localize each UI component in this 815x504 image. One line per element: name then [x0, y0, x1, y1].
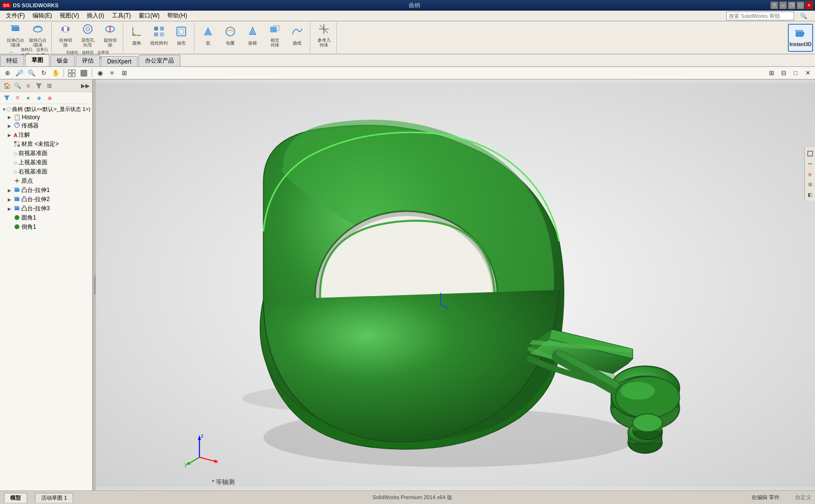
- tree-item-fillet1[interactable]: 圆角1: [8, 213, 90, 222]
- revolved-boss-button[interactable]: 旋转凸台/基体: [27, 23, 48, 48]
- statusbar-edit-status: 在编辑 零件: [751, 494, 780, 501]
- tree-expand-button[interactable]: ▶▶: [80, 81, 90, 91]
- hide-show-button[interactable]: ◉: [95, 68, 105, 79]
- shell-button[interactable]: 抽壳: [171, 23, 192, 48]
- reference-geometry-icon: [318, 23, 330, 37]
- tile-button[interactable]: ⊞: [766, 68, 777, 79]
- menu-insert[interactable]: 插入(I): [83, 11, 108, 21]
- filter-icon-4[interactable]: ◈: [35, 94, 43, 102]
- fillet-button[interactable]: 圆角: [126, 23, 147, 48]
- tree-root-item[interactable]: ▼ ⬡ 曲柄 (默认<<默认>_显示状态 1>): [2, 105, 90, 113]
- rt-appearance-button[interactable]: ◉: [806, 170, 815, 178]
- search-icon[interactable]: 🔍: [796, 12, 811, 20]
- standard-views-button[interactable]: [66, 68, 77, 79]
- tree-item-material[interactable]: 材质 <未指定>: [8, 140, 90, 149]
- zoom-to-fit-button[interactable]: ⊕: [2, 68, 13, 79]
- statusbar-customize[interactable]: 自定义: [795, 494, 811, 501]
- rib-button[interactable]: 筋: [197, 23, 219, 48]
- wrap-button[interactable]: 包覆: [220, 23, 241, 48]
- reference-geometry-button[interactable]: 参考几何体: [313, 23, 335, 48]
- hole-wizard-button[interactable]: 异型孔向导: [77, 23, 98, 48]
- tree-item-right-plane[interactable]: ◇ 右视基准面: [8, 167, 90, 176]
- tree-children: ▶ 📋 History ▶ 传感器 ▶ A 注解: [2, 113, 90, 232]
- tree-item-history[interactable]: ▶ 📋 History: [8, 113, 90, 121]
- svg-rect-41: [17, 144, 20, 147]
- svg-rect-11: [154, 27, 158, 31]
- zoom-in-button[interactable]: 🔎: [14, 68, 25, 79]
- display-style-button[interactable]: [79, 68, 89, 79]
- extruded-boss-button[interactable]: 拉伸凸台/基体: [5, 23, 26, 48]
- tile-v-button[interactable]: ⊟: [778, 68, 789, 79]
- search-input[interactable]: [726, 12, 794, 20]
- tree-home-button[interactable]: 🏠: [2, 81, 12, 91]
- help-button[interactable]: ?: [770, 1, 778, 9]
- tree-item-extrude2[interactable]: ▶ 凸台-拉伸2: [8, 195, 90, 204]
- rt-scene-button[interactable]: ⊞: [806, 180, 815, 189]
- close-button[interactable]: ✕: [805, 1, 813, 9]
- menu-view[interactable]: 视图(V): [56, 11, 83, 21]
- filter-icon-1[interactable]: [3, 94, 11, 102]
- tab-dimxpert[interactable]: DimXpert: [101, 56, 138, 66]
- restore-button[interactable]: ❐: [788, 1, 796, 9]
- window-title: 曲柄: [59, 1, 770, 10]
- float-button[interactable]: □: [790, 68, 801, 79]
- svg-rect-13: [154, 32, 158, 36]
- tree-item-chamfer1[interactable]: 倒角1: [8, 222, 90, 232]
- menu-help[interactable]: 帮助(H): [163, 11, 191, 21]
- filter-icon-5[interactable]: ◆: [46, 94, 53, 102]
- rt-expand-button[interactable]: [806, 149, 815, 158]
- viewport-3d[interactable]: x y z * 等轴测 ◉: [96, 79, 815, 490]
- tree-filter-button[interactable]: [34, 81, 44, 91]
- filter-icon-3[interactable]: ●: [24, 94, 32, 102]
- menu-file[interactable]: 文件(F): [2, 11, 29, 21]
- svg-rect-49: [15, 207, 19, 210]
- tree-collapse-button[interactable]: ⊞: [45, 81, 54, 91]
- rotate-view-button[interactable]: ↻: [38, 68, 49, 79]
- extruded-cut-button[interactable]: 拉伸切除: [55, 23, 76, 48]
- pan-button[interactable]: ✋: [50, 68, 61, 79]
- tab-sketch[interactable]: 草图: [25, 54, 49, 66]
- rt-collapse-button[interactable]: [806, 159, 815, 168]
- filter-icon-2[interactable]: ✕: [14, 94, 21, 102]
- menu-edit[interactable]: 编辑(E): [29, 11, 56, 21]
- tree-item-origin[interactable]: 原点: [8, 176, 90, 186]
- svg-rect-0: [12, 27, 19, 31]
- statusbar-tab-motion[interactable]: 活动草图 1: [35, 493, 73, 503]
- revolved-cut-button[interactable]: 旋转切除: [99, 23, 121, 48]
- main-toolbar: 拉伸凸台/基体 旋转凸台/基体 扫描 放样凸台/基体 边界凸台/基体: [0, 21, 815, 54]
- linear-pattern-button[interactable]: 线性阵列: [148, 23, 170, 48]
- svg-marker-50: [14, 206, 19, 207]
- app-name: DS SOLIDWORKS: [13, 2, 59, 8]
- tree-item-extrude3[interactable]: ▶ 凸台-拉伸3: [8, 204, 90, 213]
- curves-button[interactable]: 曲线: [287, 23, 308, 48]
- tab-sheetmetal[interactable]: 钣金: [50, 55, 75, 66]
- close-viewport-button[interactable]: ✕: [802, 68, 813, 79]
- revolved-boss-icon: [32, 23, 44, 37]
- tab-office[interactable]: 办公室产品: [139, 55, 180, 66]
- minimize-button[interactable]: ─: [779, 1, 787, 9]
- maximize-button[interactable]: □: [797, 1, 804, 9]
- zoom-out-button[interactable]: 🔍: [26, 68, 37, 79]
- svg-point-17: [226, 27, 235, 36]
- menu-tools[interactable]: 工具(T): [108, 11, 135, 21]
- tab-features[interactable]: 特征: [0, 55, 24, 66]
- apply-scene-button[interactable]: ⊞: [119, 68, 129, 79]
- tree-options-button[interactable]: ≡: [23, 81, 33, 91]
- intersect-button[interactable]: 相交何体: [264, 23, 286, 48]
- tree-item-extrude1[interactable]: ▶ 凸台-拉伸1: [8, 186, 90, 195]
- fillet-icon: [131, 26, 143, 40]
- tree-search-button[interactable]: 🔍: [13, 81, 22, 91]
- svg-text:y: y: [185, 461, 188, 467]
- chamfer1-icon: [14, 223, 20, 231]
- menu-window[interactable]: 窗口(W): [135, 11, 163, 21]
- tree-item-sensor[interactable]: ▶ 传感器: [8, 121, 90, 130]
- tree-item-front-plane[interactable]: ◇ 前视基准面: [8, 149, 90, 158]
- tree-item-top-plane[interactable]: ◇ 上视基准面: [8, 158, 90, 167]
- tree-item-annotations[interactable]: ▶ A 注解: [8, 130, 90, 140]
- edit-appearance-button[interactable]: ≡: [107, 68, 117, 79]
- tab-evaluate[interactable]: 评估: [76, 55, 100, 66]
- statusbar-tab-model[interactable]: 模型: [4, 493, 27, 503]
- draft-button[interactable]: 拔模: [242, 23, 263, 48]
- instant3d-button[interactable]: Instant3D: [788, 24, 813, 52]
- rt-decals-button[interactable]: ◧: [806, 190, 815, 199]
